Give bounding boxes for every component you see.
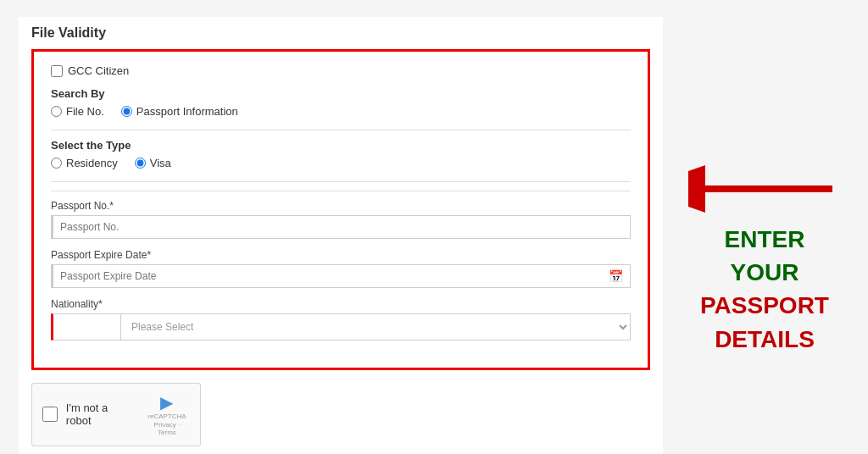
right-annotation: ENTER YOUR PASSPORT DETAILS	[680, 17, 849, 454]
passport-expire-input[interactable]	[53, 265, 630, 287]
annotation-line1: ENTER	[688, 223, 841, 256]
file-validity-form: GCC Citizen Search By File No. Passport …	[31, 49, 650, 370]
select-type-label: Select the Type	[51, 139, 631, 152]
radio-passport-input[interactable]	[121, 106, 132, 117]
gcc-citizen-row: GCC Citizen	[51, 64, 631, 77]
radio-file-no[interactable]: File No.	[51, 105, 104, 118]
nationality-group: Nationality* Please Select	[51, 298, 631, 340]
radio-residency-input[interactable]	[51, 158, 62, 169]
radio-passport[interactable]: Passport Information	[121, 105, 238, 118]
divider-1	[51, 130, 631, 130]
type-radio-group: Residency Visa	[51, 157, 631, 169]
page-title: File Validity	[31, 25, 650, 41]
passport-expire-input-wrapper: 📅	[51, 264, 631, 288]
recaptcha-checkbox[interactable]	[42, 407, 58, 422]
radio-visa-input[interactable]	[135, 158, 146, 169]
radio-file-no-label: File No.	[66, 105, 104, 118]
annotation-line3: PASSPORT	[688, 289, 841, 322]
recaptcha-label: I'm not a robot	[66, 401, 136, 427]
gcc-citizen-label: GCC Citizen	[68, 64, 129, 77]
search-by-radio-group: File No. Passport Information	[51, 105, 631, 118]
recaptcha-logo: ▶ reCAPTCHAPrivacy · Terms	[144, 392, 190, 437]
radio-residency-label: Residency	[66, 157, 118, 169]
nationality-left-bar	[53, 314, 121, 340]
passport-no-group: Passport No.*	[51, 200, 631, 239]
radio-file-no-input[interactable]	[51, 106, 62, 117]
red-arrow-svg	[688, 163, 841, 214]
search-by-label: Search By	[51, 87, 631, 100]
page-wrapper: File Validity GCC Citizen Search By File…	[19, 17, 849, 454]
nationality-select[interactable]: Please Select	[121, 315, 630, 339]
search-by-group: Search By File No. Passport Information	[51, 87, 631, 118]
recaptcha-box: I'm not a robot ▶ reCAPTCHAPrivacy · Ter…	[31, 383, 201, 446]
nationality-label: Nationality*	[51, 298, 631, 310]
radio-visa[interactable]: Visa	[135, 157, 171, 169]
passport-no-input[interactable]	[53, 216, 630, 238]
radio-residency[interactable]: Residency	[51, 157, 118, 169]
calendar-icon[interactable]: 📅	[609, 269, 623, 283]
nationality-input-wrapper: Please Select	[51, 313, 631, 340]
passport-expire-label: Passport Expire Date*	[51, 249, 631, 261]
radio-visa-label: Visa	[150, 157, 171, 169]
divider-3	[51, 191, 631, 191]
recaptcha-icon: ▶	[144, 392, 190, 412]
form-section: File Validity GCC Citizen Search By File…	[19, 17, 663, 454]
radio-passport-label: Passport Information	[136, 105, 238, 118]
gcc-citizen-checkbox[interactable]	[51, 65, 63, 77]
divider-2	[51, 181, 631, 182]
passport-no-input-wrapper	[51, 215, 631, 239]
annotation-line2: YOUR	[688, 256, 841, 289]
select-type-group: Select the Type Residency Visa	[51, 139, 631, 169]
recaptcha-text: reCAPTCHAPrivacy · Terms	[144, 412, 190, 437]
annotation-line4: DETAILS	[688, 323, 841, 356]
annotation-text: ENTER YOUR PASSPORT DETAILS	[688, 223, 841, 356]
passport-no-label: Passport No.*	[51, 200, 631, 212]
passport-expire-group: Passport Expire Date* 📅	[51, 249, 631, 288]
